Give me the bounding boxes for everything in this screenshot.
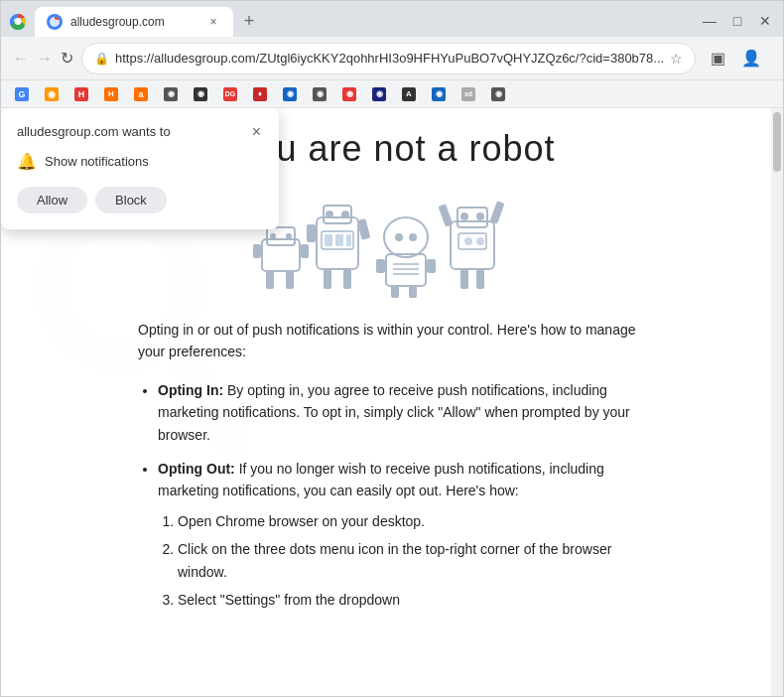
page-content: alludesgroup.com wants to × 🔔 Show notif…: [1, 108, 771, 696]
bookmark-item-7[interactable]: DG: [217, 85, 243, 103]
allow-button[interactable]: Allow: [17, 187, 87, 213]
svg-rect-41: [460, 269, 468, 289]
url-text: https://alludesgroup.com/ZUtgl6iycKKY2qo…: [115, 51, 664, 66]
forward-button[interactable]: →: [37, 45, 53, 72]
svg-point-39: [460, 212, 468, 220]
page-heading: you are not a robot: [236, 128, 555, 170]
bookmark-favicon-8: ♦: [253, 87, 267, 101]
tab-favicon: [47, 14, 63, 30]
content-area: alludesgroup.com wants to × 🔔 Show notif…: [1, 108, 783, 696]
svg-point-47: [476, 237, 484, 245]
svg-rect-43: [438, 204, 453, 226]
bookmark-favicon-1: ◉: [45, 87, 59, 101]
bullet-label-0: Opting In: By opting in, you agree to re…: [158, 382, 630, 443]
text-content: Opting in or out of push notifications i…: [138, 319, 654, 611]
bookmark-item-10[interactable]: ◉: [307, 85, 332, 103]
bookmark-item-2[interactable]: H: [68, 85, 94, 103]
menu-button[interactable]: ⋮: [771, 45, 784, 72]
bookmark-item-16[interactable]: ◉: [485, 85, 511, 103]
popup-buttons: Allow Block: [17, 187, 263, 213]
profile-button[interactable]: 👤: [737, 45, 765, 72]
svg-rect-31: [409, 286, 417, 298]
bookmark-favicon-9: ◉: [283, 87, 297, 101]
bookmark-favicon-16: ◉: [491, 87, 505, 101]
bookmark-item-1[interactable]: ◉: [39, 85, 65, 103]
bookmark-item-6[interactable]: ◉: [188, 85, 213, 103]
tab-left-icons: [9, 13, 27, 37]
bookmark-item-15[interactable]: xd: [456, 85, 481, 103]
minimize-button[interactable]: —: [700, 11, 719, 31]
bookmark-item-8[interactable]: ♦: [247, 85, 273, 103]
bullet-label-1: Opting Out: If you no longer wish to rec…: [158, 461, 604, 498]
svg-rect-11: [286, 271, 294, 289]
new-tab-button[interactable]: +: [237, 9, 261, 33]
address-bar: ← → ↻ 🔒 https://alludesgroup.com/ZUtgl6i…: [1, 37, 783, 80]
bookmark-favicon-0: G: [15, 87, 29, 101]
lock-icon: 🔒: [94, 52, 109, 66]
bookmark-favicon-13: A: [402, 87, 416, 101]
bookmark-favicon-10: ◉: [313, 87, 327, 101]
svg-rect-37: [451, 221, 494, 269]
svg-point-8: [270, 233, 276, 239]
bookmark-item-14[interactable]: ◉: [426, 85, 452, 103]
tab-right-icons: — □ ✕: [700, 11, 775, 37]
svg-rect-24: [335, 234, 343, 246]
svg-rect-44: [489, 201, 504, 223]
bookmark-item-11[interactable]: ◉: [336, 85, 362, 103]
svg-rect-10: [266, 271, 274, 289]
popup-close-button[interactable]: ×: [250, 124, 263, 140]
scrollbar[interactable]: [771, 108, 783, 696]
notification-popup: alludesgroup.com wants to × 🔔 Show notif…: [1, 108, 279, 229]
svg-point-29: [409, 233, 417, 241]
bookmark-item-4[interactable]: a: [128, 85, 154, 103]
bookmark-favicon-3: H: [104, 87, 118, 101]
svg-rect-33: [427, 259, 436, 273]
reload-button[interactable]: ↻: [61, 45, 73, 72]
active-tab[interactable]: alludesgroup.com ×: [35, 7, 233, 37]
tab-close-button[interactable]: ×: [205, 14, 221, 30]
restore-button[interactable]: □: [727, 11, 747, 31]
sidebar-toggle-button[interactable]: ▣: [704, 45, 731, 72]
svg-rect-23: [325, 234, 332, 246]
bookmark-item-0[interactable]: G: [9, 85, 35, 103]
svg-rect-42: [476, 269, 484, 289]
bookmark-bar: G ◉ H H a ◉ ◉ DG ♦ ◉ ◉ ◉: [1, 80, 783, 108]
svg-rect-32: [376, 259, 385, 273]
bookmark-favicon-4: a: [134, 87, 148, 101]
svg-rect-25: [346, 234, 351, 246]
address-right-icons: ▣ 👤 ⋮: [704, 45, 784, 72]
svg-rect-30: [391, 286, 399, 298]
bookmark-item-3[interactable]: H: [98, 85, 124, 103]
bookmark-item-13[interactable]: A: [396, 85, 422, 103]
tab-bar: alludesgroup.com × + — □ ✕: [1, 1, 783, 37]
bookmark-favicon-15: xd: [461, 87, 475, 101]
svg-point-46: [464, 237, 472, 245]
bookmark-item-5[interactable]: ◉: [158, 85, 184, 103]
bookmark-favicon-11: ◉: [342, 87, 356, 101]
notification-label: Show notifications: [45, 154, 149, 169]
url-bar[interactable]: 🔒 https://alludesgroup.com/ZUtgl6iycKKY2…: [81, 43, 696, 74]
svg-point-9: [286, 233, 292, 239]
scrollbar-thumb[interactable]: [773, 112, 781, 172]
popup-title: alludesgroup.com wants to: [17, 124, 171, 139]
chrome-icon: [9, 13, 27, 31]
block-button[interactable]: Block: [95, 187, 167, 213]
bookmark-item-9[interactable]: ◉: [277, 85, 303, 103]
step-1: Click on the three dots menu icon in the…: [178, 538, 654, 583]
tab-title: alludesgroup.com: [70, 15, 197, 29]
bookmark-item-12[interactable]: ◉: [366, 85, 392, 103]
svg-point-16: [326, 210, 333, 218]
bullet-list: Opting In: By opting in, you agree to re…: [138, 379, 654, 612]
svg-point-26: [384, 217, 428, 257]
step-2: Select "Settings" from the dropdown: [178, 589, 654, 611]
svg-rect-18: [324, 269, 331, 289]
svg-point-40: [476, 212, 484, 220]
back-button[interactable]: ←: [13, 45, 29, 72]
close-window-button[interactable]: ✕: [755, 11, 775, 31]
bookmark-favicon-2: H: [74, 87, 88, 101]
bookmark-star-icon[interactable]: ☆: [670, 51, 683, 67]
robot-illustration: [252, 190, 540, 299]
svg-point-28: [395, 233, 403, 241]
bookmark-favicon-6: ◉: [194, 87, 207, 101]
bookmark-favicon-12: ◉: [372, 87, 386, 101]
